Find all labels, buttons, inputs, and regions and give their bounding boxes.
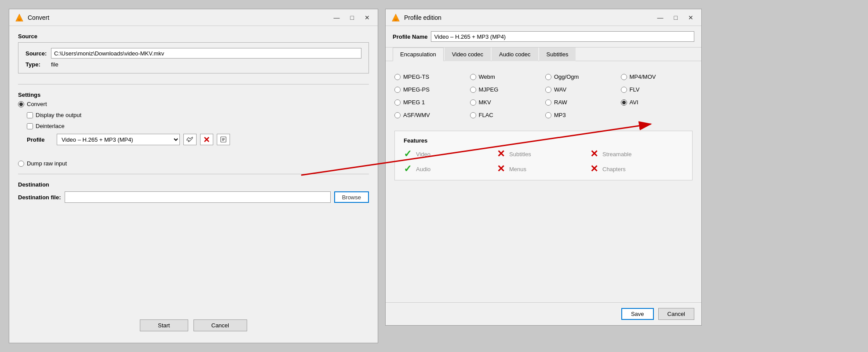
- feature-streamable: ✕ Streamable: [590, 149, 683, 159]
- destination-section-label: Destination: [18, 181, 369, 188]
- tab-encapsulation[interactable]: Encapsulation: [393, 48, 444, 61]
- source-section: Source Source: Type: file: [18, 33, 369, 77]
- save-button[interactable]: Save: [621, 308, 654, 320]
- tab-subtitles[interactable]: Subtitles: [539, 48, 576, 61]
- titlebar-left: Convert: [15, 13, 49, 22]
- feature-subtitles-label: Subtitles: [509, 151, 531, 158]
- source-row: Source:: [26, 48, 361, 59]
- tab-audio-codec[interactable]: Audio codec: [492, 48, 538, 61]
- destination-file-label: Destination file:: [18, 194, 61, 201]
- convert-radio[interactable]: [18, 101, 24, 107]
- option-ogg-ogm[interactable]: Ogg/Ogm: [545, 73, 617, 80]
- vlc-icon: [15, 13, 24, 22]
- source-input[interactable]: [51, 48, 361, 59]
- minimize-button[interactable]: —: [331, 13, 343, 22]
- profile-close-button[interactable]: ✕: [686, 13, 696, 22]
- deinterlace-checkbox[interactable]: [27, 123, 33, 129]
- profile-select[interactable]: Video – H.265 + MP3 (MP4): [57, 134, 180, 145]
- profile-new-button[interactable]: [217, 134, 230, 145]
- profile-delete-button[interactable]: [200, 134, 213, 145]
- source-label: Source:: [26, 50, 47, 57]
- source-section-label: Source: [18, 33, 369, 40]
- display-output-checkbox[interactable]: [27, 112, 33, 118]
- radio-mpeg-ts[interactable]: [394, 74, 401, 80]
- radio-mp3[interactable]: [545, 112, 551, 118]
- option-mp3[interactable]: MP3: [545, 112, 617, 118]
- cross-icon-menus: ✕: [497, 164, 505, 174]
- browse-button[interactable]: Browse: [334, 191, 369, 203]
- cross-icon-streamable: ✕: [590, 149, 598, 159]
- destination-input[interactable]: [65, 191, 331, 203]
- window-controls: — □ ✕: [331, 13, 372, 22]
- feature-video-label: Video: [416, 151, 430, 158]
- radio-flac[interactable]: [470, 112, 476, 118]
- deinterlace-row: Deinterlace: [27, 123, 369, 129]
- check-icon-video: ✓: [404, 149, 412, 159]
- cancel-button[interactable]: Cancel: [193, 319, 247, 331]
- radio-mkv[interactable]: [470, 99, 476, 106]
- option-mpeg-ts[interactable]: MPEG-TS: [394, 73, 467, 80]
- profile-row: Profile Video – H.265 + MP3 (MP4): [27, 134, 369, 145]
- profile-title: Profile edition: [404, 14, 441, 21]
- convert-radio-row: Convert: [18, 101, 369, 107]
- radio-asf-wmv[interactable]: [394, 112, 401, 118]
- encapsulation-content: MPEG-TS Webm Ogg/Ogm MP4/MOV MPEG-PS MJP…: [386, 61, 701, 302]
- radio-mpeg-ps[interactable]: [394, 87, 401, 93]
- option-asf-wmv[interactable]: ASF/WMV: [394, 112, 467, 118]
- convert-radio-label: Convert: [27, 101, 47, 107]
- display-output-row: Display the output: [27, 112, 369, 118]
- option-mjpeg[interactable]: MJPEG: [470, 86, 542, 93]
- cross-icon-chapters: ✕: [590, 164, 598, 174]
- divider-2: [18, 174, 369, 174]
- destination-row: Destination file: Browse: [18, 191, 369, 203]
- source-box: Source: Type: file: [18, 42, 369, 73]
- profile-vlc-icon: [391, 13, 401, 22]
- feature-streamable-label: Streamable: [602, 151, 631, 158]
- dump-raw-label: Dump raw input: [27, 160, 67, 167]
- radio-flv[interactable]: [621, 87, 627, 93]
- features-grid: ✓ Video ✕ Subtitles ✕ Streamable ✓ Audi: [404, 149, 683, 174]
- option-raw[interactable]: RAW: [545, 99, 617, 106]
- radio-mjpeg[interactable]: [470, 87, 476, 93]
- option-mpeg1[interactable]: MPEG 1: [394, 99, 467, 106]
- feature-chapters: ✕ Chapters: [590, 164, 683, 174]
- radio-mpeg1[interactable]: [394, 99, 401, 106]
- radio-webm[interactable]: [470, 74, 476, 80]
- radio-raw[interactable]: [545, 99, 551, 106]
- radio-avi[interactable]: [621, 99, 627, 106]
- option-flv[interactable]: FLV: [621, 86, 693, 93]
- divider-1: [18, 84, 369, 84]
- maximize-button[interactable]: □: [348, 13, 357, 22]
- feature-audio: ✓ Audio: [404, 164, 497, 174]
- tab-video-codec[interactable]: Video codec: [445, 48, 491, 61]
- profile-window: Profile edition — □ ✕ Profile Name Encap…: [385, 9, 702, 326]
- svg-rect-2: [18, 20, 21, 21]
- feature-menus: ✕ Menus: [497, 164, 590, 174]
- profile-cancel-button[interactable]: Cancel: [658, 308, 694, 320]
- cross-icon-subtitles: ✕: [497, 149, 505, 159]
- profile-titlebar: Profile edition — □ ✕: [386, 9, 701, 26]
- option-webm[interactable]: Webm: [470, 73, 542, 80]
- close-button[interactable]: ✕: [362, 13, 372, 22]
- settings-inner: Convert Display the output Deinterlace P…: [18, 101, 369, 145]
- option-mpeg-ps[interactable]: MPEG-PS: [394, 86, 467, 93]
- start-button[interactable]: Start: [140, 319, 188, 331]
- profile-edit-button[interactable]: [183, 134, 197, 145]
- dump-raw-radio[interactable]: [18, 161, 24, 167]
- svg-rect-12: [394, 20, 397, 21]
- option-avi[interactable]: AVI: [621, 99, 693, 106]
- option-mp4-mov[interactable]: MP4/MOV: [621, 73, 693, 80]
- option-wav[interactable]: WAV: [545, 86, 617, 93]
- settings-section-label: Settings: [18, 92, 369, 98]
- option-flac[interactable]: FLAC: [470, 112, 542, 118]
- profile-maximize-button[interactable]: □: [671, 13, 680, 22]
- display-output-label: Display the output: [36, 112, 81, 118]
- profile-name-input[interactable]: [431, 31, 694, 42]
- profile-minimize-button[interactable]: —: [655, 13, 666, 22]
- radio-wav[interactable]: [545, 87, 551, 93]
- radio-mp4-mov[interactable]: [621, 74, 627, 80]
- radio-ogg-ogm[interactable]: [545, 74, 551, 80]
- wrench-icon: [186, 136, 193, 143]
- option-mkv[interactable]: MKV: [470, 99, 542, 106]
- convert-title: Convert: [28, 14, 49, 21]
